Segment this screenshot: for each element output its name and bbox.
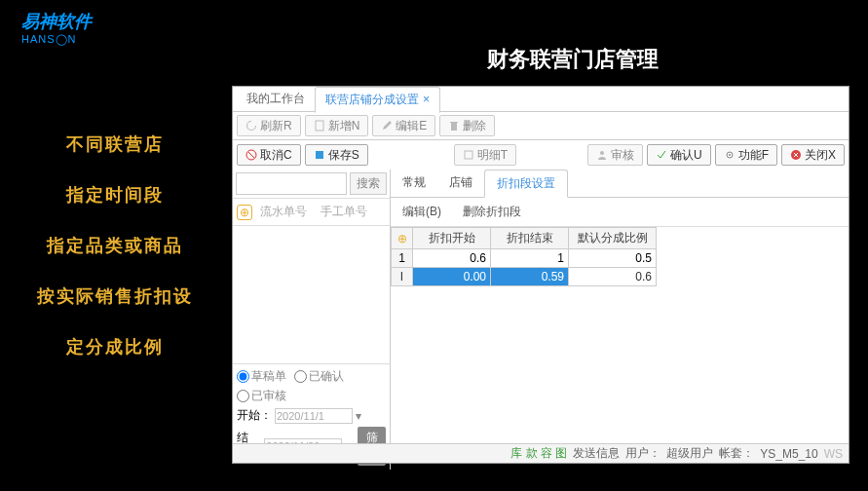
new-button[interactable]: 新增N <box>305 115 369 136</box>
rownum-1: 1 <box>392 249 413 268</box>
tab-config[interactable]: 联营店铺分成设置× <box>315 87 440 113</box>
cancel-button[interactable]: 取消C <box>237 144 301 166</box>
svg-rect-2 <box>316 151 323 159</box>
save-button[interactable]: 保存S <box>305 144 368 166</box>
bullet-list: 不同联营店 指定时间段 指定品类或商品 按实际销售折扣设 定分成比例 <box>18 132 212 386</box>
subtab-basic[interactable]: 常规 <box>391 170 437 197</box>
refresh-icon <box>245 120 257 132</box>
status-acctlbl: 帐套： <box>719 445 754 462</box>
gear-icon <box>724 149 736 161</box>
sub-tabs: 常规 店铺 折扣段设置 <box>391 170 849 198</box>
radio-approved[interactable]: 已审核 <box>237 388 286 404</box>
calendar-icon[interactable]: ▾ <box>356 409 369 423</box>
left-tab-manual[interactable]: 手工单号 <box>315 201 373 223</box>
close-button[interactable]: 关闭X <box>781 144 845 166</box>
bullet-4: 按实际销售折扣设 <box>18 284 212 308</box>
subtab-store[interactable]: 店铺 <box>437 170 484 197</box>
add-row-icon[interactable]: ⊕ <box>392 228 413 249</box>
toolbar-1: 刷新R 新增N 编辑E 删除 <box>233 112 849 140</box>
search-button[interactable]: 搜索 <box>350 172 387 195</box>
tab-config-label: 联营店铺分成设置 <box>325 93 419 106</box>
new-icon <box>314 120 325 132</box>
svg-point-4 <box>600 151 604 155</box>
approve-icon <box>596 149 608 161</box>
close-icon[interactable]: × <box>423 93 430 106</box>
subedit-button[interactable]: 编辑(B) <box>395 201 449 223</box>
add-icon[interactable]: ⊕ <box>237 205 252 220</box>
cell-2b[interactable]: 0.59 <box>491 268 569 286</box>
logo-en: HANS◯N <box>21 33 92 46</box>
cell-2c[interactable]: 0.6 <box>569 268 657 286</box>
search-bar: 搜索 <box>233 170 390 199</box>
col-start: 折扣开始 <box>413 228 491 249</box>
bullet-5: 定分成比例 <box>18 335 212 359</box>
app-window: 我的工作台 联营店铺分成设置× 刷新R 新增N 编辑E 删除 取消C 保存S 明… <box>232 86 849 464</box>
cell-1c[interactable]: 0.5 <box>569 249 657 268</box>
grid-row-2[interactable]: I 0.00 0.59 0.6 <box>392 268 657 286</box>
status-userlbl: 用户： <box>625 445 660 462</box>
status-acct: YS_M5_10 <box>760 447 817 461</box>
left-tab-serial[interactable]: 流水单号 <box>254 201 313 223</box>
grid-row-1[interactable]: 1 0.6 1 0.5 <box>392 249 657 268</box>
body: 搜索 ⊕ 流水单号 手工单号 草稿单 已确认 已审核 开始： ▾ <box>233 170 849 470</box>
logo: 易神软件 HANS◯N <box>21 10 92 46</box>
left-tabs: ⊕ 流水单号 手工单号 <box>233 199 390 226</box>
save-icon <box>314 149 325 161</box>
status-nav[interactable]: 库 款 容 图 <box>510 445 567 462</box>
svg-rect-3 <box>465 151 472 159</box>
detail-button[interactable]: 明细T <box>454 144 516 166</box>
refresh-button[interactable]: 刷新R <box>237 115 301 136</box>
delete-icon <box>448 120 460 132</box>
confirm-icon <box>656 149 667 161</box>
bullet-1: 不同联营店 <box>18 132 212 156</box>
edit-button[interactable]: 编辑E <box>372 115 435 136</box>
detail-icon <box>463 149 474 161</box>
cancel-icon <box>245 149 257 161</box>
cell-1b[interactable]: 1 <box>491 249 569 268</box>
search-input[interactable] <box>236 172 347 195</box>
left-list <box>233 226 390 363</box>
cell-1a[interactable]: 0.6 <box>413 249 491 268</box>
svg-rect-0 <box>316 121 323 131</box>
status-ws: WS <box>824 447 843 461</box>
subtab-discount[interactable]: 折扣段设置 <box>484 170 568 198</box>
approve-button[interactable]: 审核 <box>587 144 643 166</box>
sub-toolbar: 编辑(B) 删除折扣段 <box>391 198 849 227</box>
right-panel: 常规 店铺 折扣段设置 编辑(B) 删除折扣段 ⊕ 折扣开始 折扣结束 默认分成… <box>391 170 849 470</box>
col-ratio: 默认分成比例 <box>569 228 657 249</box>
logo-cn: 易神软件 <box>21 10 92 33</box>
bullet-2: 指定时间段 <box>18 183 212 207</box>
tab-workspace[interactable]: 我的工作台 <box>237 87 315 111</box>
main-tabs: 我的工作台 联营店铺分成设置× <box>233 87 849 112</box>
delete-button[interactable]: 删除 <box>439 115 495 136</box>
start-label: 开始： <box>237 407 272 424</box>
discount-grid: ⊕ 折扣开始 折扣结束 默认分成比例 1 0.6 1 0.5 I 0.00 <box>391 227 849 286</box>
edit-icon <box>381 120 393 132</box>
status-bar: 库 款 容 图 发送信息 用户：超级用户 帐套：YS_M5_10 WS <box>233 443 849 463</box>
close-x-icon <box>790 149 802 161</box>
bullet-3: 指定品类或商品 <box>18 234 212 257</box>
left-panel: 搜索 ⊕ 流水单号 手工单号 草稿单 已确认 已审核 开始： ▾ <box>233 170 391 470</box>
func-button[interactable]: 功能F <box>715 144 777 166</box>
status-user: 超级用户 <box>666 445 713 462</box>
grid-header: ⊕ 折扣开始 折扣结束 默认分成比例 <box>392 228 657 249</box>
toolbar-2: 取消C 保存S 明细T 审核 确认U 功能F 关闭X <box>233 140 849 170</box>
radio-draft[interactable]: 草稿单 <box>237 368 286 385</box>
rownum-2: I <box>392 268 413 286</box>
start-date[interactable] <box>275 408 353 424</box>
confirm-button[interactable]: 确认U <box>647 144 711 166</box>
subdel-button[interactable]: 删除折扣段 <box>455 201 529 223</box>
status-send[interactable]: 发送信息 <box>573 445 620 462</box>
col-end: 折扣结束 <box>491 228 569 249</box>
cell-2a[interactable]: 0.00 <box>413 268 491 286</box>
page-title: 财务联营门店管理 <box>487 45 659 74</box>
radio-confirmed[interactable]: 已确认 <box>294 368 344 385</box>
svg-point-6 <box>729 154 731 156</box>
